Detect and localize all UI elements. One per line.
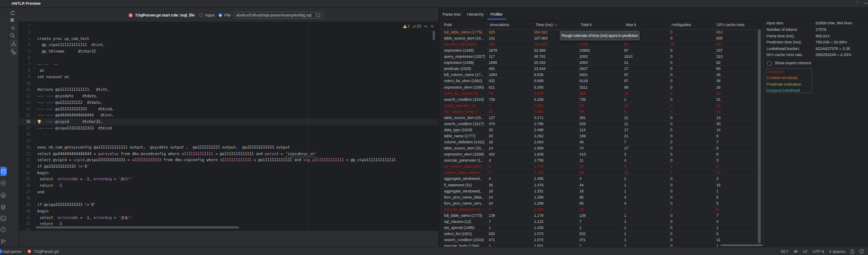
table-row[interactable]: data_type (1829)322.48811417014 bbox=[439, 127, 763, 133]
table-row[interactable]: full_column_name_li...523.482588452 bbox=[439, 109, 763, 115]
table-row[interactable]: table_source_item (15...141.959741708 bbox=[439, 145, 763, 151]
column-header[interactable]: Ambiguities bbox=[671, 21, 691, 29]
table-row[interactable]: if_statement (31)351.476441015 bbox=[439, 182, 763, 188]
graph-view-toggle[interactable] bbox=[10, 40, 17, 47]
code-line[interactable]: create proc up_com_test bbox=[37, 36, 89, 42]
input-radio[interactable] bbox=[199, 13, 203, 17]
stripe-problems-icon[interactable] bbox=[0, 227, 6, 232]
column-header[interactable]: Rule bbox=[444, 21, 452, 29]
table-row[interactable]: expression_elem (1590)6115.266321199026 bbox=[439, 84, 763, 90]
code-line[interactable]: ── ── ── bbox=[37, 61, 58, 68]
table-vertical-scrollbar[interactable] bbox=[758, 30, 761, 243]
encoding[interactable]: UTF-8 bbox=[813, 249, 824, 254]
search-button[interactable] bbox=[10, 33, 15, 38]
intention-bulb-icon[interactable] bbox=[37, 119, 41, 124]
scroll-to-source-button[interactable]: T bbox=[10, 26, 15, 31]
column-header[interactable]: DFA cache miss bbox=[717, 21, 744, 29]
table-row[interactable]: expression (1495)197852.99910982970237 bbox=[439, 47, 763, 53]
column-header[interactable]: Total k bbox=[581, 21, 592, 29]
tree-view-toggle[interactable] bbox=[10, 48, 17, 55]
table-row[interactable]: execute_parameter (1...41.75811403 bbox=[439, 157, 763, 163]
indent-setting[interactable]: 4 spaces bbox=[829, 249, 845, 254]
refresh-button[interactable] bbox=[10, 10, 15, 16]
code-line[interactable]: select @a444444444444444 = paravalue fro… bbox=[37, 151, 317, 157]
table-row[interactable]: select_list_elem (1592)6326.669612997038 bbox=[439, 78, 763, 84]
stripe-antlr-preview-active[interactable] bbox=[0, 167, 7, 176]
code-line[interactable]: ─── ─── @sysdate dtdate, bbox=[37, 93, 98, 99]
code-line[interactable]: ─── @vipid dtchar32, bbox=[37, 119, 103, 125]
stop-button[interactable] bbox=[10, 18, 14, 22]
table-row[interactable]: select_list (1581)6321.073632106 bbox=[439, 231, 763, 237]
status-project[interactable]: tsql-parser bbox=[3, 249, 22, 254]
table-row[interactable]: order_by_clause (15...764.97036618642 bbox=[439, 90, 763, 96]
tab-parse-tree[interactable]: Parse tree bbox=[443, 8, 460, 20]
tool-window-widget-icon[interactable] bbox=[0, 249, 1, 253]
table-row[interactable]: full_table_name (1773)1391.179139107 bbox=[439, 212, 763, 219]
table-row[interactable]: set_special (1485)11.1051101 bbox=[439, 225, 763, 231]
folder-icon[interactable] bbox=[316, 13, 320, 17]
table-horizontal-scrollbar[interactable] bbox=[720, 245, 763, 246]
highlighting-level-icon[interactable] bbox=[793, 249, 798, 254]
stripe-git-icon[interactable] bbox=[0, 238, 6, 244]
file-path-field[interactable]: ebelice/Github/tsql-parser/examples/big.… bbox=[233, 12, 323, 19]
profiler-table[interactable]: RuleInvocationsTime (ms) Total kMax kAmb… bbox=[439, 21, 763, 247]
code-line[interactable]: return -1 bbox=[37, 182, 62, 189]
code-line[interactable]: begin bbox=[37, 170, 49, 176]
tab-hierarchy[interactable]: Hierarchy bbox=[467, 8, 483, 20]
stripe-antlr-icon[interactable]: A bbox=[0, 192, 6, 198]
file-radio-label[interactable]: File bbox=[224, 13, 231, 17]
table-row[interactable]: func_proc_name_serv...241.28995405 bbox=[439, 200, 763, 206]
table-row[interactable]: search_condition (1516)4711.0724711011 bbox=[439, 237, 763, 243]
next-problem-icon[interactable] bbox=[431, 25, 434, 27]
stripe-terminal-icon[interactable] bbox=[0, 215, 6, 221]
table-row[interactable]: full_column_name (17...10948.63583019704… bbox=[439, 72, 763, 78]
table-row[interactable]: predicate (1525)46113.444292717080 bbox=[439, 66, 763, 72]
table-row[interactable]: aggregate_windowed...41.4954103 bbox=[439, 176, 763, 182]
code-line[interactable]: end bbox=[37, 189, 44, 195]
file-path-text[interactable]: ebelice/Github/tsql-parser/examples/big.… bbox=[236, 13, 316, 17]
code-line[interactable]: ─── ─── @a444444444444444 dtint, bbox=[37, 112, 114, 119]
show-expert-columns-checkbox[interactable] bbox=[767, 61, 772, 66]
table-row[interactable]: column_alias_expres...81.7324815214 bbox=[439, 169, 763, 176]
code-line[interactable]: select errorcode = -1, errormsg = '准备!' bbox=[37, 215, 133, 221]
minimize-icon[interactable]: — bbox=[864, 0, 868, 5]
column-header[interactable]: Time (ms) bbox=[536, 21, 557, 29]
table-row[interactable]: expression (1498)199820.342206421082 bbox=[439, 60, 763, 66]
show-expert-columns-label[interactable]: Show expert columns bbox=[775, 61, 811, 65]
file-radio[interactable] bbox=[218, 13, 222, 17]
more-vertical-icon[interactable]: ⋮ bbox=[855, 0, 859, 5]
table-row[interactable]: table_source_item (15...1273.17138121013 bbox=[439, 115, 763, 121]
caret-position[interactable]: 30:7 bbox=[781, 249, 789, 254]
code-line[interactable]: ─── ─── @vipa333333333333 dtkind bbox=[37, 125, 112, 132]
table-row[interactable]: search_condition (1517)4702.78652511030 bbox=[439, 121, 763, 127]
table-row[interactable]: query_expression (1527)11748.76120621910… bbox=[439, 53, 763, 60]
table-row[interactable]: search_condition (1519)7354.1587351031 bbox=[439, 96, 763, 103]
table-row[interactable]: execute_body (1294)11.0011101 bbox=[439, 243, 763, 247]
code-line[interactable]: begin bbox=[37, 208, 49, 215]
code-line[interactable]: as bbox=[37, 67, 44, 74]
code-line[interactable]: select @vipid = vipid,@vipa333333333333 … bbox=[37, 157, 396, 163]
input-radio-label[interactable]: Input bbox=[205, 13, 214, 17]
code-line[interactable]: if @a333333333333 !='0' bbox=[37, 163, 89, 170]
code-line[interactable]: @p_tblname dtchar32 bbox=[37, 48, 96, 55]
code-line[interactable]: ─── ─── @a333333333333 dtkind, bbox=[37, 106, 114, 113]
unlock-icon[interactable] bbox=[850, 249, 855, 254]
table-row[interactable]: expression_elem (1589)4021.948413308 bbox=[439, 151, 763, 157]
sql-editor[interactable]: create proc up_com_test @p_vipa111111111… bbox=[19, 22, 438, 230]
status-file[interactable]: TSqlParser.g4 bbox=[33, 249, 59, 254]
inspections-widget[interactable]: 2 23 bbox=[403, 24, 434, 28]
code-line[interactable]: @p_vipa1111111111111 dtint, bbox=[37, 42, 105, 48]
table-row[interactable]: table_name (1777)332.2521992109 bbox=[439, 133, 763, 139]
table-row[interactable]: function_call (1955)786110.9607146963681… bbox=[439, 41, 763, 47]
column-header[interactable]: Invocations bbox=[490, 21, 509, 29]
table-row[interactable]: sql_clauses (12)71.1227104 bbox=[439, 219, 763, 225]
line-ending[interactable]: LF bbox=[803, 249, 808, 254]
prev-problem-icon[interactable] bbox=[424, 25, 427, 27]
code-line[interactable]: if @vipa333333333333 !='0' bbox=[37, 202, 96, 208]
code-line[interactable]: declare @a1111111111111 dtint, bbox=[37, 86, 109, 93]
table-row[interactable]: unary_operator_ex...73.9217816218 bbox=[439, 103, 763, 109]
editor-vertical-scrollbar[interactable] bbox=[433, 31, 435, 40]
editor-horizontal-scrollbar[interactable] bbox=[36, 226, 239, 229]
table-row[interactable]: column_definition (1421)182.06449707 bbox=[439, 139, 763, 145]
table-row[interactable]: aggregate_windowed...181.33118101 bbox=[439, 188, 763, 194]
